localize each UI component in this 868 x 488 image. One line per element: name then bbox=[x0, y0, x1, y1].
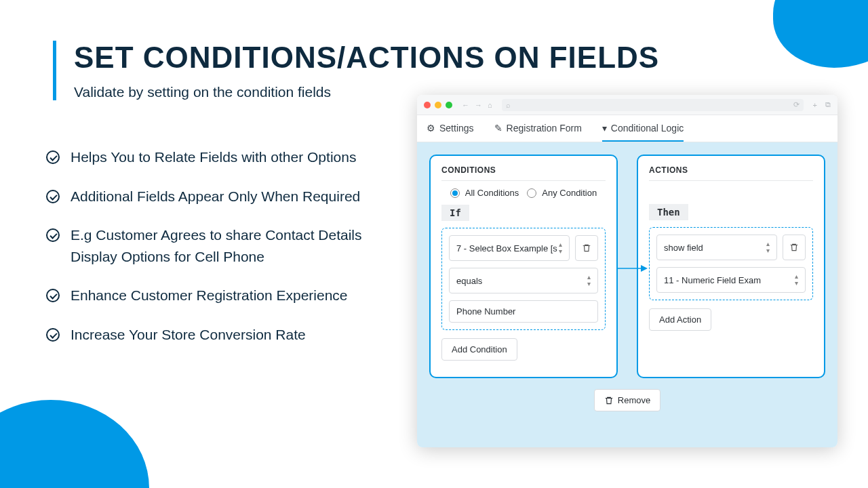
tab-conditional-logic[interactable]: ▾ Conditional Logic bbox=[602, 115, 684, 142]
button-label: Add Condition bbox=[452, 344, 507, 354]
action-type-select[interactable]: show field ▴▾ bbox=[656, 235, 777, 260]
bullet-text: Helps You to Relate Fields with other Op… bbox=[71, 146, 356, 168]
home-icon[interactable]: ⌂ bbox=[488, 101, 492, 109]
divider bbox=[649, 180, 813, 181]
check-circle-icon bbox=[46, 228, 60, 242]
minimize-dot-icon[interactable] bbox=[435, 102, 441, 108]
close-dot-icon[interactable] bbox=[424, 102, 431, 108]
bullet-text: Increase Your Store Conversion Rate bbox=[71, 324, 306, 346]
url-bar[interactable]: ⌕ ⟳ bbox=[502, 99, 804, 111]
condition-mode-radios: All Conditions Any Condition bbox=[441, 188, 606, 198]
tab-label: Settings bbox=[439, 123, 474, 134]
radio-label: Any Condition bbox=[542, 188, 597, 198]
action-target-select[interactable]: 11 - Numeric Field Exam ▴▾ bbox=[656, 267, 806, 293]
title-block: SET CONDITIONS/ACTIONS ON FIELDS Validat… bbox=[53, 41, 659, 100]
check-circle-icon bbox=[46, 190, 60, 203]
bullet-text: Additional Fields Appear Only When Requi… bbox=[71, 186, 360, 207]
new-tab-icon[interactable]: + bbox=[813, 101, 817, 109]
if-tag: If bbox=[441, 205, 469, 221]
connector-arrow-icon bbox=[618, 262, 645, 263]
bullet-item: Additional Fields Appear Only When Requi… bbox=[46, 186, 406, 207]
page-title: SET CONDITIONS/ACTIONS ON FIELDS bbox=[74, 41, 659, 75]
chevron-updown-icon: ▴▾ bbox=[559, 241, 562, 255]
radio-any-condition[interactable] bbox=[527, 188, 536, 198]
condition-operator-select[interactable]: equals ▴▾ bbox=[449, 268, 598, 293]
button-label: Add Action bbox=[659, 314, 701, 325]
select-value: 11 - Numeric Field Exam bbox=[664, 275, 761, 285]
trash-icon bbox=[789, 243, 799, 252]
chevron-updown-icon: ▴▾ bbox=[795, 273, 798, 287]
remove-rule-button[interactable]: Remove bbox=[594, 389, 660, 411]
maximize-dot-icon[interactable] bbox=[446, 102, 452, 108]
radio-all-conditions[interactable] bbox=[450, 188, 460, 198]
select-value: equals bbox=[456, 276, 482, 286]
panel-heading: CONDITIONS bbox=[441, 165, 606, 175]
condition-value-input[interactable]: Phone Number bbox=[449, 300, 598, 323]
feature-bullets: Helps You to Relate Fields with other Op… bbox=[46, 146, 406, 363]
bullet-item: E.g Customer Agrees to share Contact Det… bbox=[46, 224, 406, 267]
then-tag: Then bbox=[649, 204, 688, 220]
delete-condition-button[interactable] bbox=[575, 235, 598, 261]
add-action-button[interactable]: Add Action bbox=[649, 308, 711, 331]
check-circle-icon bbox=[46, 150, 60, 164]
condition-field-select[interactable]: 7 - Select Box Example [s ▴▾ bbox=[449, 235, 570, 261]
decorative-blob-top-right bbox=[773, 0, 868, 68]
divider bbox=[441, 180, 606, 181]
condition-rule-box: 7 - Select Box Example [s ▴▾ equals ▴▾ bbox=[441, 228, 606, 330]
decorative-blob-bottom-left bbox=[0, 400, 149, 488]
conditions-panel: CONDITIONS All Conditions Any Condition … bbox=[429, 155, 618, 378]
app-window: ← → ⌂ ⌕ ⟳ + ⧉ ⚙ Settings ✎ Registration … bbox=[417, 95, 837, 447]
input-value: Phone Number bbox=[456, 306, 515, 317]
check-circle-icon bbox=[46, 289, 60, 302]
bullet-item: Increase Your Store Conversion Rate bbox=[46, 324, 406, 346]
back-arrow-icon[interactable]: ← bbox=[462, 101, 469, 109]
search-icon: ⌕ bbox=[506, 101, 511, 109]
forward-arrow-icon[interactable]: → bbox=[475, 101, 482, 109]
action-rule-box: show field ▴▾ 11 - Numeric Field Exam ▴▾ bbox=[649, 227, 813, 300]
trash-icon bbox=[582, 243, 591, 253]
edit-form-icon: ✎ bbox=[494, 123, 502, 134]
bullet-text: Enhance Customer Registration Experience bbox=[71, 285, 348, 306]
button-label: Remove bbox=[618, 395, 650, 405]
browser-titlebar: ← → ⌂ ⌕ ⟳ + ⧉ bbox=[417, 95, 837, 115]
delete-action-button[interactable] bbox=[783, 235, 806, 260]
bullet-item: Enhance Customer Registration Experience bbox=[46, 285, 406, 306]
tab-label: Registration Form bbox=[507, 123, 582, 134]
chevron-updown-icon: ▴▾ bbox=[587, 274, 591, 287]
tab-bar: ⚙ Settings ✎ Registration Form ▾ Conditi… bbox=[417, 115, 837, 142]
panel-heading: ACTIONS bbox=[649, 165, 813, 175]
chevron-updown-icon: ▴▾ bbox=[766, 241, 770, 254]
gear-icon: ⚙ bbox=[427, 123, 435, 134]
actions-panel: ACTIONS Then show field ▴▾ bbox=[637, 155, 825, 378]
bullet-item: Helps You to Relate Fields with other Op… bbox=[46, 146, 406, 168]
trash-icon bbox=[604, 396, 614, 405]
editor-canvas: CONDITIONS All Conditions Any Condition … bbox=[417, 142, 837, 447]
radio-label: All Conditions bbox=[465, 188, 519, 198]
select-value: show field bbox=[664, 243, 703, 253]
tab-label: Conditional Logic bbox=[611, 123, 684, 134]
check-circle-icon bbox=[46, 328, 60, 342]
copy-icon[interactable]: ⧉ bbox=[825, 100, 831, 109]
select-value: 7 - Select Box Example [s bbox=[456, 243, 557, 253]
add-condition-button[interactable]: Add Condition bbox=[441, 338, 517, 361]
refresh-icon[interactable]: ⟳ bbox=[793, 100, 800, 109]
tab-registration-form[interactable]: ✎ Registration Form bbox=[494, 115, 582, 142]
tab-settings[interactable]: ⚙ Settings bbox=[427, 115, 474, 142]
bullet-text: E.g Customer Agrees to share Contact Det… bbox=[71, 224, 406, 267]
filter-icon: ▾ bbox=[602, 123, 607, 134]
